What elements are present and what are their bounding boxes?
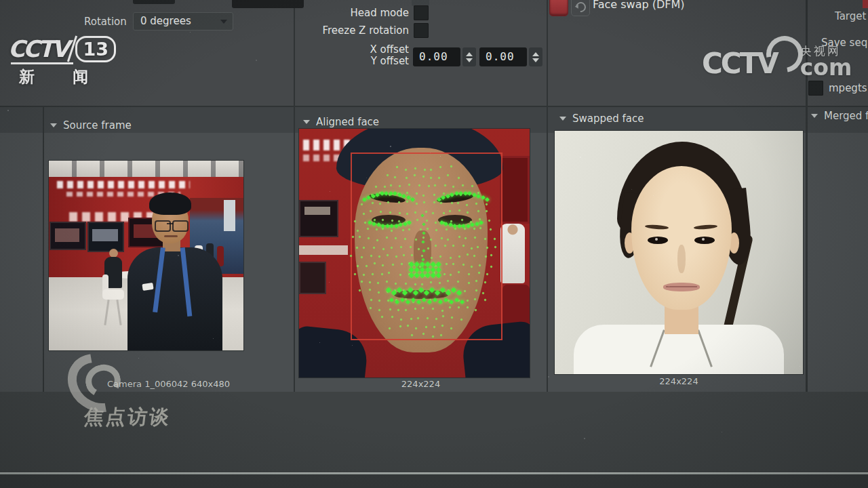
face-landmark-dot	[434, 184, 437, 187]
merged-frame-panel-header[interactable]: Merged f	[811, 110, 868, 122]
face-landmark-dot	[421, 258, 425, 262]
y-offset-stepper[interactable]	[529, 47, 542, 66]
freeze-z-rotation-label: Freeze Z rotation	[300, 24, 409, 37]
face-landmark-dot	[361, 256, 363, 258]
face-landmark-dot	[404, 237, 407, 240]
step-down-icon	[466, 58, 473, 62]
partial-field[interactable]	[133, 0, 175, 4]
face-landmark-dot	[429, 281, 432, 284]
mpegts-checkbox[interactable]	[808, 81, 823, 96]
face-landmark-dot	[425, 262, 431, 267]
face-landmark-dot	[405, 168, 408, 171]
face-landmark-dot	[430, 238, 433, 241]
y-offset-input[interactable]: 0.00	[479, 47, 527, 66]
face-landmark-dot	[460, 318, 463, 321]
face-landmark-dot	[381, 264, 384, 267]
column-divider	[43, 107, 44, 392]
face-landmark-dot	[458, 209, 460, 212]
column-divider	[294, 0, 295, 392]
face-landmark-dot	[422, 195, 425, 197]
freeze-z-rotation-checkbox[interactable]	[414, 23, 429, 38]
reset-icon	[574, 0, 588, 14]
face-landmark-dot	[378, 308, 380, 311]
face-landmark-dot	[391, 315, 393, 318]
face-landmark-dot	[441, 309, 443, 312]
face-landmark-dot	[450, 327, 452, 329]
face-landmark-dot	[423, 201, 426, 203]
face-landmark-dot	[394, 283, 397, 285]
face-landmark-dot	[387, 272, 390, 274]
face-landmark-dot	[485, 203, 488, 206]
source-frame-panel-header[interactable]: Source frame	[50, 119, 132, 131]
face-landmark-dot	[467, 300, 469, 302]
face-landmark-dot	[359, 235, 361, 238]
deepfacelive-app-screen: Rotation 0 degrees Head mode Freeze Z ro…	[0, 0, 868, 488]
monitor-bezel	[0, 474, 868, 488]
face-landmark-dot	[408, 184, 411, 186]
face-landmark-dot	[429, 177, 432, 180]
face-landmark-dot	[449, 256, 452, 259]
head-mode-checkbox[interactable]	[414, 5, 429, 20]
face-landmark-dot	[426, 227, 429, 230]
face-landmark-dot	[387, 201, 390, 204]
face-landmark-dot	[466, 203, 469, 206]
face-landmark-dot	[433, 201, 435, 204]
face-landmark-dot	[373, 262, 376, 265]
face-landmark-dot	[439, 333, 442, 336]
cctv-com-watermark: CCTV 央视网 com	[702, 36, 852, 77]
swapped-face-panel-header[interactable]: Swapped face	[559, 113, 644, 125]
face-landmark-dot	[374, 185, 377, 188]
face-landmark-dot	[376, 239, 379, 241]
rotation-label: Rotation	[84, 16, 127, 28]
cctv13-channel-number: 13	[75, 36, 116, 62]
face-landmark-dot	[443, 222, 448, 226]
face-landmark-dot	[462, 244, 465, 247]
partial-record-button[interactable]	[863, 0, 868, 8]
swapped-art-nose	[677, 245, 686, 273]
face-landmark-dot	[399, 297, 404, 302]
cctv13-brand-text: CCTV	[8, 35, 67, 62]
face-landmark-dot	[456, 290, 462, 296]
face-landmark-dot	[414, 167, 416, 169]
face-landmark-dot	[433, 325, 436, 328]
record-button[interactable]	[549, 0, 568, 16]
x-offset-stepper[interactable]	[462, 47, 476, 66]
face-landmark-dot	[435, 290, 440, 296]
face-landmark-dot	[474, 298, 477, 300]
x-offset-label: X offset	[334, 43, 409, 56]
face-landmark-dot	[372, 246, 375, 249]
face-landmark-dot	[460, 218, 463, 221]
face-landmark-dot	[485, 210, 488, 213]
face-landmark-dot	[379, 210, 382, 213]
face-landmark-dot	[435, 317, 438, 320]
face-landmark-dot	[441, 325, 443, 327]
step-down-icon	[532, 58, 539, 62]
glasses-icon	[172, 220, 189, 232]
face-landmark-dot	[452, 262, 454, 265]
aligned-face-panel-header[interactable]: Aligned face	[303, 116, 379, 128]
face-landmark-dot	[409, 246, 412, 249]
face-landmark-dot	[421, 307, 424, 310]
face-landmark-dot	[457, 280, 460, 283]
swapped-face-view	[555, 131, 803, 374]
face-landmark-dot	[484, 256, 487, 258]
partial-field[interactable]	[232, 0, 304, 8]
face-landmark-dot	[471, 265, 473, 268]
face-landmark-dot	[458, 306, 460, 308]
face-landmark-dot	[493, 237, 496, 240]
face-landmark-dot	[473, 255, 475, 258]
face-landmark-dot	[409, 267, 414, 272]
dust-speckle	[190, 32, 191, 33]
face-landmark-dot	[407, 220, 412, 224]
face-landmark-dot	[447, 238, 450, 241]
x-offset-input[interactable]: 0.00	[413, 47, 460, 66]
face-landmark-dot	[389, 224, 394, 228]
face-landmark-dot	[463, 290, 466, 293]
face-landmark-dot	[475, 280, 478, 283]
face-landmark-dot	[398, 201, 401, 204]
reset-button[interactable]	[571, 0, 590, 16]
face-landmark-dot	[404, 309, 407, 312]
face-landmark-dot	[411, 253, 414, 256]
rotation-dropdown[interactable]: 0 degrees	[133, 12, 233, 30]
face-landmark-dot	[399, 274, 402, 277]
